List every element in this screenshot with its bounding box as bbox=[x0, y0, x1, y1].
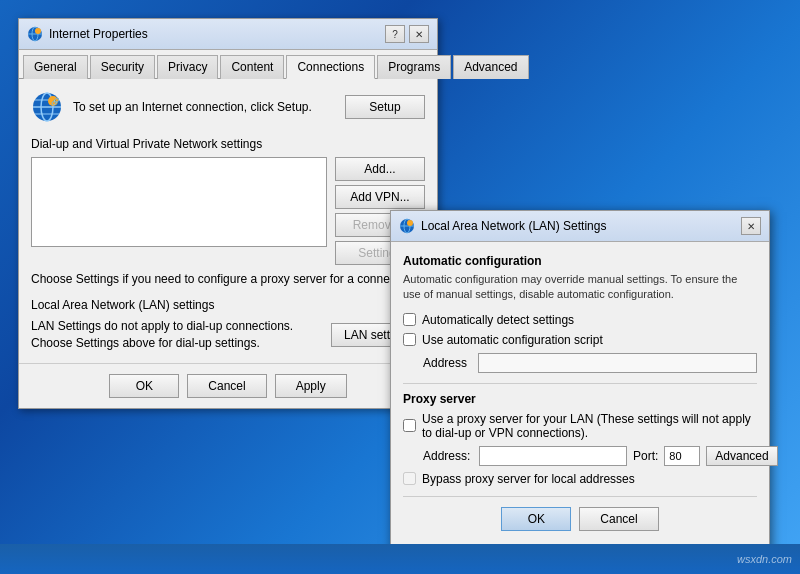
internet-properties-dialog: Internet Properties ? ✕ General Security… bbox=[18, 18, 438, 409]
proxy-server-row: Use a proxy server for your LAN (These s… bbox=[403, 412, 757, 440]
cancel-button[interactable]: Cancel bbox=[187, 374, 266, 398]
globe-icon: 🔗 bbox=[31, 91, 63, 123]
add-button[interactable]: Add... bbox=[335, 157, 425, 181]
tab-content[interactable]: Content bbox=[220, 55, 284, 79]
lan-section: Local Area Network (LAN) settings LAN Se… bbox=[31, 298, 425, 352]
auto-detect-label: Automatically detect settings bbox=[422, 313, 574, 327]
add-vpn-button[interactable]: Add VPN... bbox=[335, 185, 425, 209]
auto-script-checkbox[interactable] bbox=[403, 333, 416, 346]
tabs-bar: General Security Privacy Content Connect… bbox=[19, 50, 437, 79]
lan-ok-button[interactable]: OK bbox=[501, 507, 571, 531]
lan-titlebar-left: Local Area Network (LAN) Settings bbox=[399, 218, 606, 234]
apply-button[interactable]: Apply bbox=[275, 374, 347, 398]
lan-dialog-title: Local Area Network (LAN) Settings bbox=[421, 219, 606, 233]
tab-advanced[interactable]: Advanced bbox=[453, 55, 528, 79]
divider bbox=[403, 383, 757, 384]
ok-button[interactable]: OK bbox=[109, 374, 179, 398]
lan-titlebar-controls: ✕ bbox=[741, 217, 761, 235]
port-label: Port: bbox=[633, 449, 658, 463]
port-input[interactable] bbox=[664, 446, 700, 466]
auto-script-label: Use automatic configuration script bbox=[422, 333, 603, 347]
lan-dialog-content: Automatic configuration Automatic config… bbox=[391, 242, 769, 553]
tab-connections[interactable]: Connections bbox=[286, 55, 375, 79]
ie-icon bbox=[27, 26, 43, 42]
auto-detect-checkbox[interactable] bbox=[403, 313, 416, 326]
lan-close-button[interactable]: ✕ bbox=[741, 217, 761, 235]
titlebar-controls: ? ✕ bbox=[385, 25, 429, 43]
auto-config-desc: Automatic configuration may override man… bbox=[403, 272, 757, 303]
lan-dialog-bottom: OK Cancel bbox=[403, 496, 757, 541]
setup-section: 🔗 To set up an Internet connection, clic… bbox=[31, 91, 425, 123]
lan-body: LAN Settings do not apply to dial-up con… bbox=[31, 318, 425, 352]
lan-settings-dialog: Local Area Network (LAN) Settings ✕ Auto… bbox=[390, 210, 770, 554]
setup-button[interactable]: Setup bbox=[345, 95, 425, 119]
tab-privacy[interactable]: Privacy bbox=[157, 55, 218, 79]
tab-security[interactable]: Security bbox=[90, 55, 155, 79]
svg-text:🔗: 🔗 bbox=[51, 97, 60, 106]
proxy-server-label: Use a proxy server for your LAN (These s… bbox=[422, 412, 757, 440]
dialup-label: Dial-up and Virtual Private Network sett… bbox=[31, 137, 425, 151]
auto-config-title: Automatic configuration bbox=[403, 254, 757, 268]
bypass-row: Bypass proxy server for local addresses bbox=[403, 472, 757, 486]
advanced-button[interactable]: Advanced bbox=[706, 446, 777, 466]
address-input[interactable] bbox=[478, 353, 757, 373]
connections-tab-content: 🔗 To set up an Internet connection, clic… bbox=[19, 79, 437, 363]
proxy-server-title: Proxy server bbox=[403, 392, 757, 406]
svg-point-14 bbox=[407, 220, 413, 226]
lan-titlebar: Local Area Network (LAN) Settings ✕ bbox=[391, 211, 769, 242]
tab-programs[interactable]: Programs bbox=[377, 55, 451, 79]
internet-dialog-title: Internet Properties bbox=[49, 27, 148, 41]
internet-titlebar: Internet Properties ? ✕ bbox=[19, 19, 437, 50]
dialup-list[interactable] bbox=[31, 157, 327, 247]
svg-point-3 bbox=[35, 28, 41, 34]
proxy-address-row: Address: Port: Advanced bbox=[423, 446, 757, 466]
titlebar-left: Internet Properties bbox=[27, 26, 148, 42]
use-proxy-checkbox[interactable] bbox=[403, 419, 416, 432]
watermark: wsxdn.com bbox=[737, 553, 792, 565]
proxy-help-text: Choose Settings if you need to configure… bbox=[31, 271, 425, 288]
lan-cancel-button[interactable]: Cancel bbox=[579, 507, 658, 531]
setup-text: To set up an Internet connection, click … bbox=[73, 99, 335, 116]
script-address-row: Address bbox=[423, 353, 757, 373]
tab-general[interactable]: General bbox=[23, 55, 88, 79]
address-field-label: Address bbox=[423, 356, 478, 370]
taskbar: wsxdn.com bbox=[0, 544, 800, 574]
close-button[interactable]: ✕ bbox=[409, 25, 429, 43]
bypass-label: Bypass proxy server for local addresses bbox=[422, 472, 635, 486]
proxy-address-label: Address: bbox=[423, 449, 473, 463]
bypass-checkbox[interactable] bbox=[403, 472, 416, 485]
dialup-section: Dial-up and Virtual Private Network sett… bbox=[31, 137, 425, 288]
proxy-address-input[interactable] bbox=[479, 446, 627, 466]
internet-dialog-bottom: OK Cancel Apply bbox=[19, 363, 437, 408]
dialup-body: Add... Add VPN... Remove... Settings bbox=[31, 157, 425, 265]
lan-desc: LAN Settings do not apply to dial-up con… bbox=[31, 318, 331, 352]
auto-script-row: Use automatic configuration script bbox=[403, 333, 757, 347]
lan-ie-icon bbox=[399, 218, 415, 234]
help-button[interactable]: ? bbox=[385, 25, 405, 43]
lan-label: Local Area Network (LAN) settings bbox=[31, 298, 425, 312]
auto-detect-row: Automatically detect settings bbox=[403, 313, 757, 327]
